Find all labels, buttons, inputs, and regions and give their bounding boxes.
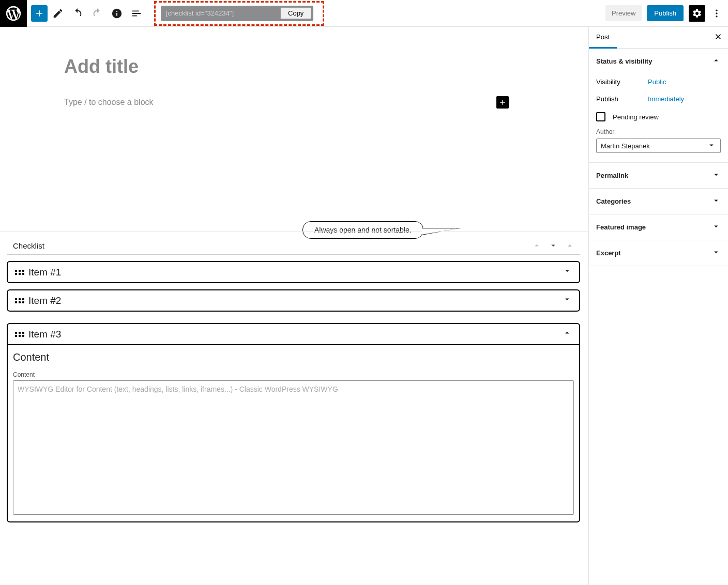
- editor-canvas: Add title Type / to choose a block Alway…: [0, 27, 588, 585]
- checklist-item[interactable]: Item #2: [7, 289, 580, 312]
- checklist-panel-header[interactable]: Checklist: [7, 238, 580, 255]
- tab-post[interactable]: Post: [589, 27, 617, 49]
- chevron-down-icon: [707, 141, 716, 151]
- section-title: Categories: [596, 197, 631, 205]
- section-status-visibility: Status & visibility Visibility Public Pu…: [589, 49, 728, 163]
- panel-move-up-icon[interactable]: [528, 241, 545, 250]
- add-block-button[interactable]: [31, 5, 48, 22]
- annotation-callout: Always open and not sortable.: [302, 221, 423, 239]
- checklist-item-label: Item #3: [28, 329, 61, 340]
- svg-point-1: [716, 12, 717, 14]
- content-field-label: Content: [13, 371, 35, 378]
- content-wysiwyg-textarea[interactable]: [13, 380, 574, 515]
- checklist-item[interactable]: Item #3: [7, 323, 580, 345]
- drag-handle-icon[interactable]: [15, 298, 24, 303]
- shortcode-pill: [checklist id="324234"] Copy: [161, 6, 313, 21]
- chevron-down-icon: [711, 248, 721, 258]
- section-excerpt[interactable]: Excerpt: [589, 240, 728, 266]
- section-title: Permalink: [596, 172, 628, 179]
- panel-divider: [0, 231, 588, 232]
- checklist-item-label: Item #1: [28, 267, 61, 278]
- wordpress-logo[interactable]: [0, 0, 27, 27]
- visibility-value[interactable]: Public: [648, 78, 666, 86]
- post-title-input[interactable]: Add title: [64, 56, 509, 78]
- author-selected-value: Martin Stepanek: [601, 142, 650, 150]
- pending-review-label: Pending review: [613, 113, 659, 121]
- publish-button[interactable]: Publish: [647, 5, 684, 21]
- drag-handle-icon[interactable]: [15, 270, 24, 275]
- edit-mode-icon[interactable]: [49, 4, 67, 23]
- settings-button[interactable]: [689, 5, 705, 22]
- section-permalink[interactable]: Permalink: [589, 163, 728, 188]
- checklist-item-label: Item #2: [28, 295, 61, 306]
- info-icon[interactable]: [108, 4, 126, 23]
- publish-key: Publish: [596, 95, 648, 103]
- section-categories[interactable]: Categories: [589, 189, 728, 214]
- checklist-panel-title: Checklist: [13, 241, 44, 250]
- chevron-down-icon: [563, 295, 572, 306]
- shortcode-highlight-box: [checklist id="324234"] Copy: [154, 1, 324, 26]
- chevron-down-icon: [711, 196, 721, 207]
- publish-value[interactable]: Immediately: [648, 95, 684, 103]
- checklist-item[interactable]: Item #1: [7, 261, 580, 283]
- block-placeholder-hint[interactable]: Type / to choose a block: [64, 98, 154, 107]
- visibility-key: Visibility: [596, 78, 648, 86]
- pending-review-checkbox[interactable]: [596, 112, 605, 121]
- panel-collapse-icon[interactable]: [562, 241, 578, 250]
- chevron-down-icon: [711, 170, 721, 181]
- insert-block-button[interactable]: [496, 96, 509, 109]
- section-title: Featured image: [596, 223, 646, 231]
- callout-text: Always open and not sortable.: [314, 226, 412, 234]
- section-header[interactable]: Status & visibility: [589, 49, 728, 74]
- chevron-up-icon: [711, 56, 721, 67]
- undo-icon[interactable]: [68, 4, 87, 23]
- author-label: Author: [596, 128, 614, 135]
- more-menu-button[interactable]: [710, 5, 723, 22]
- close-sidebar-button[interactable]: [714, 32, 723, 43]
- drag-handle-icon[interactable]: [15, 332, 24, 337]
- top-toolbar: [checklist id="324234"] Copy Preview Pub…: [0, 0, 728, 27]
- section-title: Status & visibility: [596, 57, 652, 65]
- checklist-item-body: Content Content: [7, 344, 580, 522]
- chevron-down-icon: [563, 266, 572, 278]
- panel-move-down-icon[interactable]: [545, 241, 562, 250]
- shortcode-text: [checklist id="324234"]: [166, 9, 234, 17]
- outline-icon[interactable]: [127, 4, 146, 23]
- chevron-up-icon: [563, 328, 572, 340]
- settings-sidebar: Post Status & visibility Visibility Publ…: [588, 27, 728, 585]
- svg-point-0: [716, 9, 717, 11]
- redo-icon[interactable]: [88, 4, 107, 23]
- content-heading: Content: [13, 351, 574, 363]
- chevron-down-icon: [711, 222, 721, 233]
- svg-point-2: [716, 16, 717, 17]
- copy-button[interactable]: Copy: [280, 7, 311, 19]
- section-featured-image[interactable]: Featured image: [589, 214, 728, 240]
- author-select[interactable]: Martin Stepanek: [596, 138, 721, 153]
- preview-button[interactable]: Preview: [605, 5, 642, 21]
- section-title: Excerpt: [596, 249, 621, 257]
